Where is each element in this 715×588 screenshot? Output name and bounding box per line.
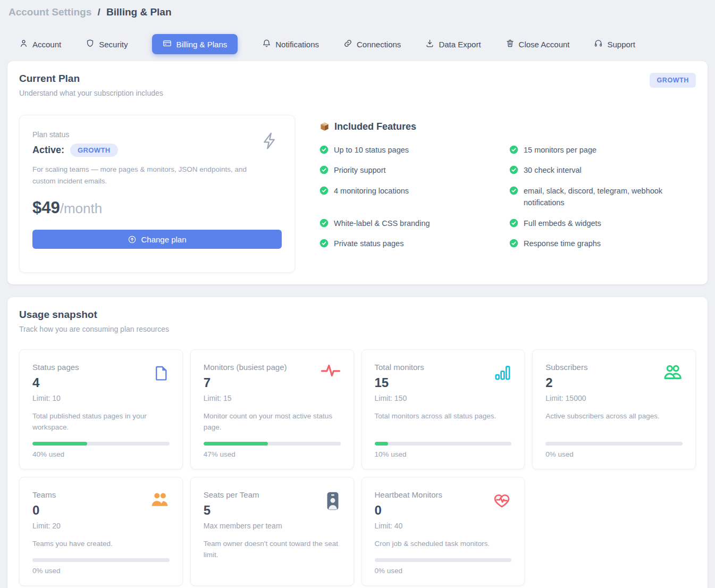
feature-item: email, slack, discord, telegram, webhook… [509,185,696,209]
feature-item: Private status pages [319,238,506,249]
tab-data-export[interactable]: Data Export [425,35,481,54]
tab-label: Support [607,40,635,49]
tab-billing-plans[interactable]: Billing & Plans [152,34,238,54]
plan-tier-badge: GROWTH [650,73,696,88]
feature-label: 30 check interval [524,164,582,176]
id-badge-icon [325,491,341,511]
headset-icon [594,39,603,49]
feature-label: White-label & CSS branding [334,217,430,229]
included-features: Included Features Up to 10 status pages … [319,115,696,273]
plan-description: For scaling teams — more pages & monitor… [32,164,261,187]
users-filled-icon [150,491,170,508]
trash-icon [506,39,515,49]
change-plan-button[interactable]: Change plan [32,230,282,249]
bell-icon [262,39,271,49]
feature-item: Priority support [319,164,506,176]
pulse-icon [321,364,341,377]
usage-card-subscribers: Subscribers 2 Limit: 15000 Active subscr… [532,349,696,469]
change-plan-label: Change plan [141,235,186,244]
plan-status-panel: Plan status Active: GROWTH For scaling t… [19,115,295,273]
credit-card-icon [163,39,172,49]
usage-card-teams: Teams 0 Limit: 20 Teams you have created… [19,477,183,586]
usage-grid: Status pages 4 Limit: 10 Total published… [19,349,696,586]
check-circle-icon [319,186,329,195]
check-circle-icon [509,219,518,228]
feature-label: Full embeds & widgets [524,217,601,229]
tab-notifications[interactable]: Notifications [262,35,319,54]
settings-tabs: Account Security Billing & Plans Notific… [19,34,708,54]
plan-status-label: Plan status [32,130,282,139]
plan-status-value: Active: [32,145,64,156]
percent-used: 10% used [375,450,512,458]
arrow-up-circle-icon [128,235,137,244]
tab-label: Close Account [519,40,570,49]
tab-account[interactable]: Account [19,35,61,54]
usage-card-total-monitors: Total monitors 15 Limit: 150 Total monit… [361,349,525,469]
feature-item: Response time graphs [509,238,696,249]
plan-content: Plan status Active: GROWTH For scaling t… [19,115,696,273]
progress-bar [204,442,341,446]
section-subtitle: Track how you are consuming plan resourc… [19,325,696,333]
features-grid: Up to 10 status pages 15 monitors per pa… [319,144,696,250]
usage-card-seats-per-team: Seats per Team 5 Max members per team Te… [190,477,354,586]
feature-label: Response time graphs [524,238,601,249]
price-amount: $49 [32,198,60,217]
users-outline-icon [663,364,683,380]
usage-card-monitors-busiest: Monitors (busiest page) 7 Limit: 15 Moni… [190,349,354,469]
page-title: Billing & Plan [106,6,171,18]
check-circle-icon [509,186,518,195]
check-circle-icon [509,165,518,174]
features-title: Included Features [334,121,416,132]
shield-icon [86,39,95,49]
percent-used: 0% used [375,567,512,575]
progress-bar [545,442,683,446]
heart-pulse-icon [492,491,511,509]
tab-label: Notifications [275,40,319,49]
section-subtitle: Understand what your subscription includ… [19,89,696,97]
tab-security[interactable]: Security [86,35,128,54]
bar-chart-icon [494,364,511,382]
tab-close-account[interactable]: Close Account [506,35,570,54]
feature-label: Private status pages [334,238,403,249]
lightning-icon [260,130,280,154]
feature-item: 30 check interval [509,164,696,176]
feature-label: 15 monitors per page [524,144,596,156]
tab-connections[interactable]: Connections [343,35,401,54]
progress-bar [375,442,512,446]
feature-label: Up to 10 status pages [334,144,409,156]
check-circle-icon [319,145,329,154]
usage-card-status-pages: Status pages 4 Limit: 10 Total published… [19,349,183,469]
progress-bar [375,558,512,562]
feature-item: Full embeds & widgets [509,217,696,229]
download-icon [425,39,434,49]
percent-used: 0% used [32,567,170,575]
tab-support[interactable]: Support [594,35,635,54]
feature-label: 4 monitoring locations [334,185,409,197]
plan-badge-pill: GROWTH [70,144,118,157]
feature-item: 4 monitoring locations [319,185,506,209]
link-icon [343,39,352,49]
plan-price: $49/month [32,198,282,217]
check-circle-icon [509,239,518,248]
feature-label: email, slack, discord, telegram, webhook… [524,185,680,209]
tab-label: Billing & Plans [176,40,227,49]
tab-label: Account [32,40,61,49]
tab-label: Security [99,40,128,49]
percent-used: 0% used [545,450,683,458]
check-circle-icon [319,219,329,228]
feature-item: 15 monitors per page [509,144,696,156]
section-title: Current Plan [19,73,696,85]
tab-label: Connections [357,40,401,49]
document-icon [153,364,170,383]
check-circle-icon [319,239,329,248]
breadcrumb-separator: / [98,6,100,18]
breadcrumb-section[interactable]: Account Settings [9,6,91,18]
user-icon [19,39,28,49]
tab-label: Data Export [439,40,481,49]
price-period: /month [60,200,103,216]
usage-card-heartbeat-monitors: Heartbeat Monitors 0 Limit: 40 Cron job … [361,477,525,586]
package-icon [319,122,330,132]
check-circle-icon [319,165,329,174]
progress-bar [32,442,170,446]
feature-label: Priority support [334,164,386,176]
